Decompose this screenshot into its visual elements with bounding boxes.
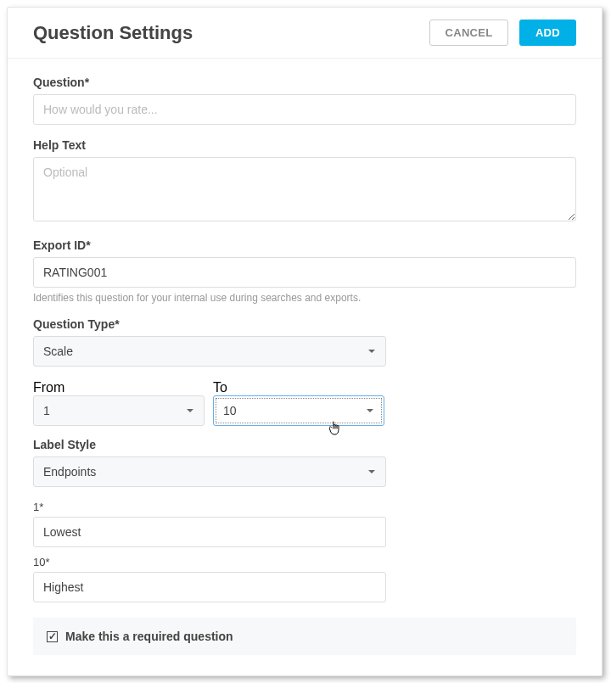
- dialog-header: Question Settings CANCEL ADD: [8, 8, 602, 59]
- from-value: 1: [43, 404, 50, 417]
- required-checkbox[interactable]: ✓: [47, 631, 58, 642]
- from-label: From: [33, 380, 205, 395]
- qtype-label: Question Type*: [33, 317, 576, 331]
- helptext-label: Help Text: [33, 138, 576, 152]
- question-input[interactable]: [33, 94, 576, 125]
- exportid-input[interactable]: [33, 257, 576, 288]
- question-field: Question*: [33, 76, 576, 125]
- labelstyle-field: Label Style Endpoints: [33, 438, 576, 487]
- required-label: Make this a required question: [65, 630, 233, 643]
- range-row: From 1 To 10: [33, 380, 576, 426]
- labelstyle-select[interactable]: Endpoints: [33, 456, 386, 487]
- from-select[interactable]: 1: [33, 395, 205, 426]
- labelstyle-label: Label Style: [33, 438, 576, 451]
- dialog-body: Question* Help Text Export ID* Identifie…: [8, 59, 602, 675]
- caret-icon: [187, 409, 193, 412]
- question-label: Question*: [33, 76, 576, 89]
- to-value: 10: [223, 404, 237, 417]
- endpoint1-label: 1*: [33, 501, 576, 513]
- endpoint-labels: 1* 10*: [33, 501, 576, 602]
- caret-icon: [367, 409, 373, 412]
- question-settings-dialog: Question Settings CANCEL ADD Question* H…: [7, 7, 603, 676]
- qtype-select[interactable]: Scale: [33, 336, 386, 367]
- caret-icon: [368, 470, 375, 473]
- helptext-field: Help Text: [33, 138, 576, 225]
- to-select[interactable]: 10: [213, 395, 384, 426]
- dialog-title: Question Settings: [33, 22, 193, 44]
- qtype-field: Question Type* Scale: [33, 317, 576, 367]
- header-actions: CANCEL ADD: [429, 20, 577, 46]
- endpoint2-input[interactable]: [33, 572, 386, 602]
- endpoint2-field: 10*: [33, 556, 576, 602]
- from-field: From 1: [33, 380, 205, 426]
- endpoint1-input[interactable]: [33, 517, 386, 547]
- endpoint1-field: 1*: [33, 501, 576, 547]
- required-row[interactable]: ✓ Make this a required question: [33, 618, 576, 655]
- exportid-field: Export ID* Identifies this question for …: [33, 238, 576, 304]
- labelstyle-value: Endpoints: [43, 465, 96, 479]
- to-label: To: [213, 380, 384, 395]
- add-button[interactable]: ADD: [519, 20, 576, 46]
- qtype-value: Scale: [43, 344, 73, 358]
- caret-icon: [368, 350, 375, 353]
- exportid-label: Export ID*: [33, 238, 576, 252]
- exportid-hint: Identifies this question for your intern…: [33, 292, 576, 304]
- to-field: To 10: [213, 380, 384, 426]
- helptext-textarea[interactable]: [33, 157, 576, 221]
- endpoint2-label: 10*: [33, 556, 576, 568]
- cancel-button[interactable]: CANCEL: [429, 20, 509, 46]
